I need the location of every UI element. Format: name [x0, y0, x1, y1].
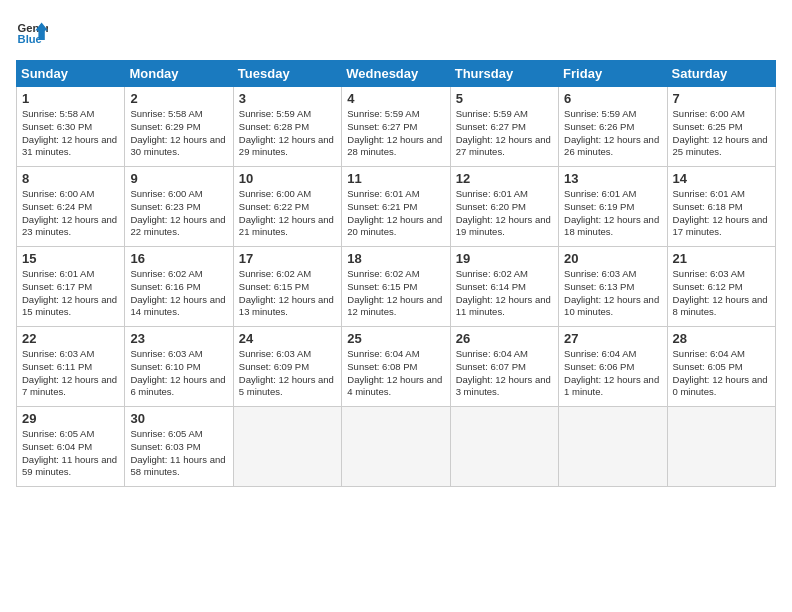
calendar-cell: 6 Sunrise: 5:59 AMSunset: 6:26 PMDayligh…: [559, 87, 667, 167]
day-number: 22: [22, 331, 119, 346]
calendar-cell: [233, 407, 341, 487]
day-detail: Sunrise: 6:01 AMSunset: 6:17 PMDaylight:…: [22, 268, 117, 317]
calendar-cell: [450, 407, 558, 487]
day-number: 8: [22, 171, 119, 186]
calendar-cell: 29 Sunrise: 6:05 AMSunset: 6:04 PMDaylig…: [17, 407, 125, 487]
day-number: 2: [130, 91, 227, 106]
day-detail: Sunrise: 6:03 AMSunset: 6:10 PMDaylight:…: [130, 348, 225, 397]
day-detail: Sunrise: 5:59 AMSunset: 6:26 PMDaylight:…: [564, 108, 659, 157]
calendar-week-3: 15 Sunrise: 6:01 AMSunset: 6:17 PMDaylig…: [17, 247, 776, 327]
day-number: 12: [456, 171, 553, 186]
calendar-cell: 5 Sunrise: 5:59 AMSunset: 6:27 PMDayligh…: [450, 87, 558, 167]
day-detail: Sunrise: 6:05 AMSunset: 6:03 PMDaylight:…: [130, 428, 225, 477]
calendar-week-4: 22 Sunrise: 6:03 AMSunset: 6:11 PMDaylig…: [17, 327, 776, 407]
day-detail: Sunrise: 5:59 AMSunset: 6:27 PMDaylight:…: [456, 108, 551, 157]
day-detail: Sunrise: 6:03 AMSunset: 6:13 PMDaylight:…: [564, 268, 659, 317]
calendar-cell: 21 Sunrise: 6:03 AMSunset: 6:12 PMDaylig…: [667, 247, 775, 327]
day-detail: Sunrise: 6:03 AMSunset: 6:12 PMDaylight:…: [673, 268, 768, 317]
calendar-week-2: 8 Sunrise: 6:00 AMSunset: 6:24 PMDayligh…: [17, 167, 776, 247]
calendar-week-5: 29 Sunrise: 6:05 AMSunset: 6:04 PMDaylig…: [17, 407, 776, 487]
calendar-cell: [667, 407, 775, 487]
calendar-cell: 9 Sunrise: 6:00 AMSunset: 6:23 PMDayligh…: [125, 167, 233, 247]
calendar-cell: 14 Sunrise: 6:01 AMSunset: 6:18 PMDaylig…: [667, 167, 775, 247]
day-number: 19: [456, 251, 553, 266]
day-number: 10: [239, 171, 336, 186]
day-detail: Sunrise: 6:04 AMSunset: 6:07 PMDaylight:…: [456, 348, 551, 397]
calendar-cell: 3 Sunrise: 5:59 AMSunset: 6:28 PMDayligh…: [233, 87, 341, 167]
day-detail: Sunrise: 5:58 AMSunset: 6:29 PMDaylight:…: [130, 108, 225, 157]
logo: General Blue: [16, 16, 48, 48]
day-number: 7: [673, 91, 770, 106]
weekday-header-wednesday: Wednesday: [342, 61, 450, 87]
calendar-cell: 12 Sunrise: 6:01 AMSunset: 6:20 PMDaylig…: [450, 167, 558, 247]
calendar-cell: 4 Sunrise: 5:59 AMSunset: 6:27 PMDayligh…: [342, 87, 450, 167]
day-detail: Sunrise: 5:59 AMSunset: 6:28 PMDaylight:…: [239, 108, 334, 157]
calendar-cell: 26 Sunrise: 6:04 AMSunset: 6:07 PMDaylig…: [450, 327, 558, 407]
day-number: 5: [456, 91, 553, 106]
day-number: 16: [130, 251, 227, 266]
calendar-cell: 20 Sunrise: 6:03 AMSunset: 6:13 PMDaylig…: [559, 247, 667, 327]
calendar-cell: 10 Sunrise: 6:00 AMSunset: 6:22 PMDaylig…: [233, 167, 341, 247]
day-number: 17: [239, 251, 336, 266]
calendar-cell: 8 Sunrise: 6:00 AMSunset: 6:24 PMDayligh…: [17, 167, 125, 247]
calendar-cell: 23 Sunrise: 6:03 AMSunset: 6:10 PMDaylig…: [125, 327, 233, 407]
calendar-cell: 7 Sunrise: 6:00 AMSunset: 6:25 PMDayligh…: [667, 87, 775, 167]
day-number: 25: [347, 331, 444, 346]
day-detail: Sunrise: 6:02 AMSunset: 6:14 PMDaylight:…: [456, 268, 551, 317]
day-number: 15: [22, 251, 119, 266]
calendar-cell: 19 Sunrise: 6:02 AMSunset: 6:14 PMDaylig…: [450, 247, 558, 327]
day-detail: Sunrise: 6:03 AMSunset: 6:11 PMDaylight:…: [22, 348, 117, 397]
day-detail: Sunrise: 6:02 AMSunset: 6:15 PMDaylight:…: [239, 268, 334, 317]
logo-icon: General Blue: [16, 16, 48, 48]
calendar-cell: 27 Sunrise: 6:04 AMSunset: 6:06 PMDaylig…: [559, 327, 667, 407]
weekday-header-tuesday: Tuesday: [233, 61, 341, 87]
day-number: 30: [130, 411, 227, 426]
calendar-cell: 1 Sunrise: 5:58 AMSunset: 6:30 PMDayligh…: [17, 87, 125, 167]
calendar-cell: 13 Sunrise: 6:01 AMSunset: 6:19 PMDaylig…: [559, 167, 667, 247]
day-number: 6: [564, 91, 661, 106]
calendar-cell: 11 Sunrise: 6:01 AMSunset: 6:21 PMDaylig…: [342, 167, 450, 247]
calendar-cell: 30 Sunrise: 6:05 AMSunset: 6:03 PMDaylig…: [125, 407, 233, 487]
weekday-header-thursday: Thursday: [450, 61, 558, 87]
calendar-cell: [342, 407, 450, 487]
day-detail: Sunrise: 6:00 AMSunset: 6:25 PMDaylight:…: [673, 108, 768, 157]
day-number: 4: [347, 91, 444, 106]
calendar-cell: 22 Sunrise: 6:03 AMSunset: 6:11 PMDaylig…: [17, 327, 125, 407]
day-detail: Sunrise: 6:00 AMSunset: 6:24 PMDaylight:…: [22, 188, 117, 237]
day-number: 3: [239, 91, 336, 106]
calendar-cell: 2 Sunrise: 5:58 AMSunset: 6:29 PMDayligh…: [125, 87, 233, 167]
day-detail: Sunrise: 6:01 AMSunset: 6:21 PMDaylight:…: [347, 188, 442, 237]
calendar-cell: 24 Sunrise: 6:03 AMSunset: 6:09 PMDaylig…: [233, 327, 341, 407]
calendar-cell: 28 Sunrise: 6:04 AMSunset: 6:05 PMDaylig…: [667, 327, 775, 407]
calendar-week-1: 1 Sunrise: 5:58 AMSunset: 6:30 PMDayligh…: [17, 87, 776, 167]
weekday-header-saturday: Saturday: [667, 61, 775, 87]
weekday-header-monday: Monday: [125, 61, 233, 87]
day-number: 20: [564, 251, 661, 266]
day-detail: Sunrise: 6:05 AMSunset: 6:04 PMDaylight:…: [22, 428, 117, 477]
day-number: 9: [130, 171, 227, 186]
day-detail: Sunrise: 6:04 AMSunset: 6:06 PMDaylight:…: [564, 348, 659, 397]
calendar-cell: 18 Sunrise: 6:02 AMSunset: 6:15 PMDaylig…: [342, 247, 450, 327]
day-detail: Sunrise: 6:04 AMSunset: 6:05 PMDaylight:…: [673, 348, 768, 397]
day-number: 27: [564, 331, 661, 346]
day-detail: Sunrise: 6:01 AMSunset: 6:18 PMDaylight:…: [673, 188, 768, 237]
day-number: 26: [456, 331, 553, 346]
day-detail: Sunrise: 6:00 AMSunset: 6:22 PMDaylight:…: [239, 188, 334, 237]
calendar-table: SundayMondayTuesdayWednesdayThursdayFrid…: [16, 60, 776, 487]
day-number: 21: [673, 251, 770, 266]
day-detail: Sunrise: 6:02 AMSunset: 6:16 PMDaylight:…: [130, 268, 225, 317]
day-number: 14: [673, 171, 770, 186]
weekday-header-friday: Friday: [559, 61, 667, 87]
weekday-header-sunday: Sunday: [17, 61, 125, 87]
day-detail: Sunrise: 5:59 AMSunset: 6:27 PMDaylight:…: [347, 108, 442, 157]
calendar-cell: 16 Sunrise: 6:02 AMSunset: 6:16 PMDaylig…: [125, 247, 233, 327]
day-number: 13: [564, 171, 661, 186]
day-number: 23: [130, 331, 227, 346]
day-number: 24: [239, 331, 336, 346]
day-detail: Sunrise: 6:01 AMSunset: 6:19 PMDaylight:…: [564, 188, 659, 237]
day-number: 1: [22, 91, 119, 106]
day-detail: Sunrise: 6:02 AMSunset: 6:15 PMDaylight:…: [347, 268, 442, 317]
day-number: 18: [347, 251, 444, 266]
day-detail: Sunrise: 5:58 AMSunset: 6:30 PMDaylight:…: [22, 108, 117, 157]
svg-text:Blue: Blue: [18, 33, 42, 45]
